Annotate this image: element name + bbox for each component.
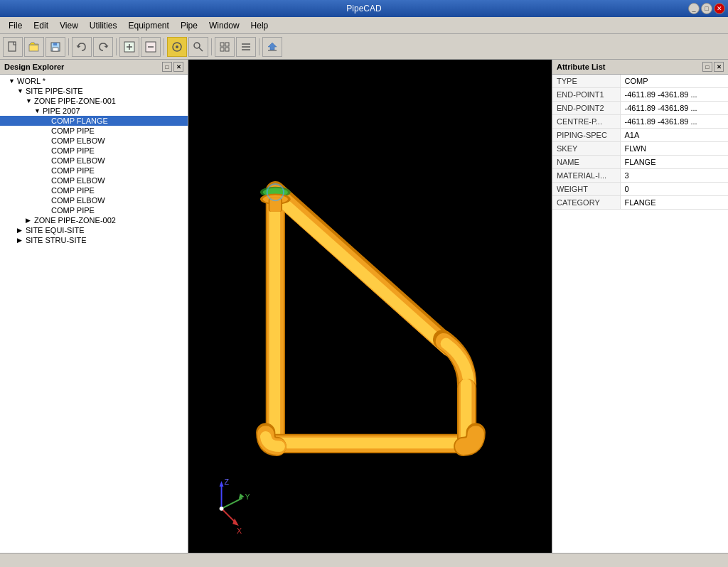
tree-item-comp-pipe-2[interactable]: COMP PIPE <box>0 146 188 156</box>
attribute-table: TYPECOMPEND-POINT1-4611.89 -4361.89 ...E… <box>552 75 728 210</box>
svg-point-11 <box>176 45 178 48</box>
tree-item-comp-elbow-4[interactable]: COMP ELBOW <box>0 195 188 205</box>
svg-text:X: X <box>237 526 242 535</box>
svg-rect-16 <box>220 48 224 51</box>
design-explorer-header: Design Explorer □ ✕ <box>0 60 188 75</box>
new-button[interactable] <box>3 37 23 57</box>
restore-button[interactable]: □ <box>701 3 712 14</box>
svg-point-51 <box>220 507 224 511</box>
tree-item-comp-flange[interactable]: COMP FLANGE <box>0 116 188 126</box>
tree-label-worl: WORL * <box>17 77 46 85</box>
svg-rect-25 <box>269 191 281 453</box>
tree-toggle-site-pipe[interactable]: ▼ <box>17 87 24 94</box>
tree-item-comp-pipe-4[interactable]: COMP PIPE <box>0 185 188 195</box>
tree-item-zone-pipe-2[interactable]: ▶ZONE PIPE-ZONE-002 <box>0 215 188 225</box>
tree-item-comp-elbow-3[interactable]: COMP ELBOW <box>0 176 188 185</box>
tree-label-zone-pipe: ZONE PIPE-ZONE-001 <box>34 97 116 105</box>
attr-row-end-point2: END-POINT2-4611.89 -4361.89 ... <box>552 102 728 115</box>
attr-row-material-i---: MATERIAL-I...3 <box>552 169 728 183</box>
viewport-3d[interactable]: Z Y X <box>188 60 552 553</box>
statusbar <box>0 553 728 567</box>
save-button[interactable] <box>46 37 65 57</box>
tree-toggle-site-equi[interactable]: ▶ <box>17 227 24 234</box>
tree-toggle-site-stru[interactable]: ▶ <box>17 237 24 244</box>
svg-point-12 <box>194 43 200 48</box>
tree-view: ▼WORL *▼SITE PIPE-SITE▼ZONE PIPE-ZONE-00… <box>0 75 188 553</box>
tree-toggle-zone-pipe[interactable]: ▼ <box>26 97 33 104</box>
tree-item-site-stru[interactable]: ▶SITE STRU-SITE <box>0 235 188 245</box>
attr-name: PIPING-SPEC <box>552 129 620 142</box>
al-restore-button[interactable]: □ <box>702 62 712 72</box>
viewport-canvas: Z Y X <box>188 60 552 553</box>
design-explorer-title: Design Explorer <box>4 63 64 71</box>
svg-rect-4 <box>53 43 57 45</box>
menu-edit[interactable]: Edit <box>28 17 54 33</box>
attr-row-category: CATEGORYFLANGE <box>552 196 728 210</box>
tree-toggle-zone-pipe-2[interactable]: ▶ <box>26 217 33 224</box>
toolbar-sep-5 <box>259 38 259 55</box>
design-explorer-panel: Design Explorer □ ✕ ▼WORL *▼SITE PIPE-SI… <box>0 60 188 553</box>
tree-label-comp-pipe-3: COMP PIPE <box>51 166 95 175</box>
attr-row-skey: SKEYFLWN <box>552 142 728 156</box>
export-button[interactable] <box>262 37 282 57</box>
svg-marker-22 <box>268 43 277 50</box>
attr-name: MATERIAL-I... <box>552 169 620 183</box>
tree-toggle-pipe2007[interactable]: ▼ <box>34 107 41 114</box>
redo-button[interactable] <box>93 37 113 57</box>
toolbar-sep-4 <box>211 38 212 55</box>
menu-file[interactable]: File <box>3 17 28 33</box>
tree-label-site-stru: SITE STRU-SITE <box>26 236 87 244</box>
grid-button[interactable] <box>215 37 235 57</box>
attr-name: CENTRE-P... <box>552 115 620 129</box>
tree-label-comp-elbow-4: COMP ELBOW <box>51 196 105 205</box>
svg-line-45 <box>222 498 242 509</box>
attr-name: WEIGHT <box>552 183 620 196</box>
tree-item-site-pipe[interactable]: ▼SITE PIPE-SITE <box>0 86 188 96</box>
attr-value: -4611.89 -4361.89 ... <box>620 102 728 115</box>
minimize-button[interactable]: _ <box>688 3 700 14</box>
remove-button[interactable] <box>141 37 161 57</box>
search-button[interactable] <box>188 37 208 57</box>
menu-equipment[interactable]: Equipment <box>123 17 175 33</box>
open-button[interactable] <box>24 37 44 57</box>
attr-name: SKEY <box>552 142 620 156</box>
tree-label-comp-pipe-5: COMP PIPE <box>51 206 95 215</box>
undo-button[interactable] <box>72 37 92 57</box>
tree-item-comp-elbow-2[interactable]: COMP ELBOW <box>0 156 188 166</box>
de-restore-button[interactable]: □ <box>162 62 172 72</box>
tree-item-comp-elbow-1[interactable]: COMP ELBOW <box>0 136 188 146</box>
titlebar-title: PipeCAD <box>346 4 381 14</box>
close-button[interactable]: ✕ <box>714 3 725 14</box>
menu-window[interactable]: Window <box>203 17 245 33</box>
tree-toggle-worl[interactable]: ▼ <box>9 77 16 85</box>
list-view-button[interactable] <box>236 37 256 57</box>
svg-rect-28 <box>266 438 480 449</box>
tree-label-comp-flange: COMP FLANGE <box>51 117 108 125</box>
menu-utilities[interactable]: Utilities <box>84 17 123 33</box>
menu-view[interactable]: View <box>54 17 84 33</box>
tree-item-site-equi[interactable]: ▶SITE EQUI-SITE <box>0 225 188 235</box>
tree-item-worl[interactable]: ▼WORL * <box>0 76 188 86</box>
tree-label-pipe2007: PIPE 2007 <box>43 107 80 115</box>
tree-item-comp-pipe-3[interactable]: COMP PIPE <box>0 166 188 176</box>
attr-name: CATEGORY <box>552 196 620 210</box>
tree-item-comp-pipe-5[interactable]: COMP PIPE <box>0 205 188 215</box>
menu-pipe[interactable]: Pipe <box>175 17 203 33</box>
attr-value: FLWN <box>620 142 728 156</box>
al-close-button[interactable]: ✕ <box>714 62 724 72</box>
circle-select-button[interactable] <box>167 37 187 57</box>
menu-help[interactable]: Help <box>245 17 274 33</box>
tree-label-comp-elbow-2: COMP ELBOW <box>51 156 105 165</box>
tree-item-pipe2007[interactable]: ▼PIPE 2007 <box>0 106 188 116</box>
attr-value: 3 <box>620 169 728 183</box>
attr-value: -4611.89 -4361.89 ... <box>620 115 728 129</box>
svg-line-31 <box>275 195 449 350</box>
tree-item-comp-pipe-1[interactable]: COMP PIPE <box>0 126 188 136</box>
add-button[interactable] <box>119 37 139 57</box>
svg-marker-49 <box>232 518 239 526</box>
titlebar: PipeCAD _ □ ✕ <box>0 0 728 17</box>
de-close-button[interactable]: ✕ <box>173 62 183 72</box>
attr-row-type: TYPECOMP <box>552 75 728 88</box>
tree-item-zone-pipe[interactable]: ▼ZONE PIPE-ZONE-001 <box>0 96 188 106</box>
attr-value: COMP <box>620 75 728 88</box>
